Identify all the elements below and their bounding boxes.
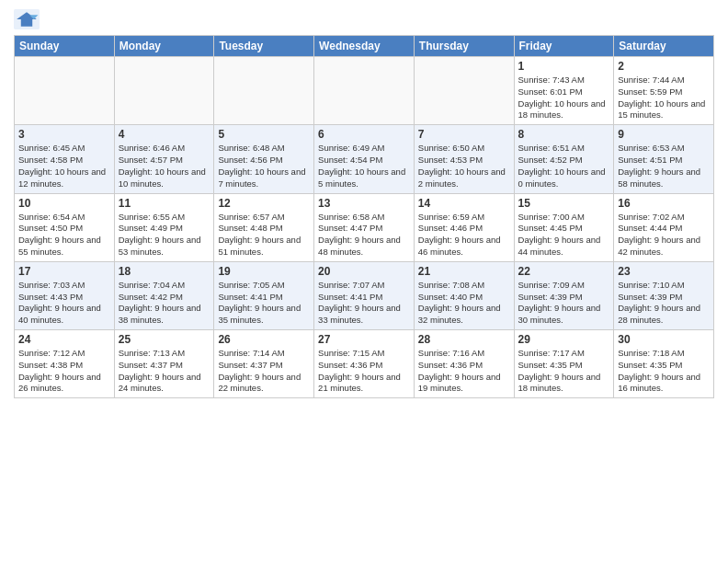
- calendar-cell: 11Sunrise: 6:55 AM Sunset: 4:49 PM Dayli…: [114, 193, 214, 261]
- logo-icon: [14, 9, 40, 29]
- day-info: Sunrise: 7:03 AM Sunset: 4:43 PM Dayligh…: [18, 280, 110, 327]
- day-info: Sunrise: 7:02 AM Sunset: 4:44 PM Dayligh…: [618, 212, 710, 259]
- calendar-week-3: 17Sunrise: 7:03 AM Sunset: 4:43 PM Dayli…: [15, 261, 714, 329]
- day-info: Sunrise: 7:12 AM Sunset: 4:38 PM Dayligh…: [18, 348, 110, 395]
- day-number: 19: [218, 265, 310, 278]
- col-header-tuesday: Tuesday: [214, 36, 314, 57]
- day-info: Sunrise: 7:09 AM Sunset: 4:39 PM Dayligh…: [518, 280, 610, 327]
- day-info: Sunrise: 6:58 AM Sunset: 4:47 PM Dayligh…: [318, 212, 410, 259]
- day-info: Sunrise: 7:17 AM Sunset: 4:35 PM Dayligh…: [518, 348, 610, 395]
- day-number: 22: [518, 265, 610, 278]
- day-info: Sunrise: 6:55 AM Sunset: 4:49 PM Dayligh…: [119, 212, 210, 259]
- day-number: 21: [418, 265, 510, 278]
- day-info: Sunrise: 6:57 AM Sunset: 4:48 PM Dayligh…: [218, 212, 310, 259]
- col-header-friday: Friday: [514, 36, 614, 57]
- day-number: 4: [119, 128, 210, 141]
- day-info: Sunrise: 6:59 AM Sunset: 4:46 PM Dayligh…: [418, 212, 510, 259]
- col-header-saturday: Saturday: [614, 36, 714, 57]
- page: SundayMondayTuesdayWednesdayThursdayFrid…: [0, 0, 728, 563]
- day-info: Sunrise: 7:43 AM Sunset: 6:01 PM Dayligh…: [518, 75, 610, 121]
- calendar-cell: 6Sunrise: 6:49 AM Sunset: 4:54 PM Daylig…: [314, 125, 415, 193]
- day-number: 5: [218, 128, 310, 141]
- day-info: Sunrise: 6:54 AM Sunset: 4:50 PM Dayligh…: [18, 212, 110, 259]
- calendar-cell: 22Sunrise: 7:09 AM Sunset: 4:39 PM Dayli…: [514, 261, 614, 329]
- day-number: 1: [518, 60, 610, 73]
- day-info: Sunrise: 6:50 AM Sunset: 4:53 PM Dayligh…: [418, 143, 510, 190]
- day-info: Sunrise: 7:44 AM Sunset: 5:59 PM Dayligh…: [618, 75, 710, 121]
- day-info: Sunrise: 7:00 AM Sunset: 4:45 PM Dayligh…: [518, 212, 610, 259]
- calendar-cell: 9Sunrise: 6:53 AM Sunset: 4:51 PM Daylig…: [614, 125, 714, 193]
- calendar-cell: 8Sunrise: 6:51 AM Sunset: 4:52 PM Daylig…: [514, 125, 614, 193]
- calendar-cell: 30Sunrise: 7:18 AM Sunset: 4:35 PM Dayli…: [614, 330, 714, 398]
- calendar-cell: 23Sunrise: 7:10 AM Sunset: 4:39 PM Dayli…: [614, 261, 714, 329]
- day-number: 26: [218, 333, 310, 346]
- day-info: Sunrise: 6:45 AM Sunset: 4:58 PM Dayligh…: [18, 143, 110, 190]
- day-number: 24: [18, 333, 110, 346]
- day-number: 2: [618, 60, 710, 73]
- col-header-thursday: Thursday: [414, 36, 514, 57]
- calendar-cell: 25Sunrise: 7:13 AM Sunset: 4:37 PM Dayli…: [114, 330, 214, 398]
- col-header-wednesday: Wednesday: [314, 36, 415, 57]
- day-number: 27: [318, 333, 410, 346]
- calendar-cell: 29Sunrise: 7:17 AM Sunset: 4:35 PM Dayli…: [514, 330, 614, 398]
- calendar-cell: [314, 57, 415, 125]
- header: [14, 9, 714, 29]
- calendar-week-4: 24Sunrise: 7:12 AM Sunset: 4:38 PM Dayli…: [15, 330, 714, 398]
- day-info: Sunrise: 7:18 AM Sunset: 4:35 PM Dayligh…: [618, 348, 710, 395]
- calendar-week-0: 1Sunrise: 7:43 AM Sunset: 6:01 PM Daylig…: [15, 57, 714, 125]
- day-number: 18: [119, 265, 210, 278]
- calendar-cell: 7Sunrise: 6:50 AM Sunset: 4:53 PM Daylig…: [414, 125, 514, 193]
- calendar: SundayMondayTuesdayWednesdayThursdayFrid…: [14, 35, 714, 398]
- calendar-week-1: 3Sunrise: 6:45 AM Sunset: 4:58 PM Daylig…: [15, 125, 714, 193]
- day-info: Sunrise: 6:48 AM Sunset: 4:56 PM Dayligh…: [218, 143, 310, 190]
- calendar-cell: 16Sunrise: 7:02 AM Sunset: 4:44 PM Dayli…: [614, 193, 714, 261]
- day-info: Sunrise: 7:08 AM Sunset: 4:40 PM Dayligh…: [418, 280, 510, 327]
- day-number: 29: [518, 333, 610, 346]
- day-number: 7: [418, 128, 510, 141]
- day-info: Sunrise: 7:05 AM Sunset: 4:41 PM Dayligh…: [218, 280, 310, 327]
- calendar-cell: 4Sunrise: 6:46 AM Sunset: 4:57 PM Daylig…: [114, 125, 214, 193]
- day-number: 8: [518, 128, 610, 141]
- day-info: Sunrise: 7:15 AM Sunset: 4:36 PM Dayligh…: [318, 348, 410, 395]
- day-info: Sunrise: 6:49 AM Sunset: 4:54 PM Dayligh…: [318, 143, 410, 190]
- col-header-monday: Monday: [114, 36, 214, 57]
- calendar-cell: [214, 57, 314, 125]
- day-info: Sunrise: 6:46 AM Sunset: 4:57 PM Dayligh…: [119, 143, 210, 190]
- calendar-cell: 20Sunrise: 7:07 AM Sunset: 4:41 PM Dayli…: [314, 261, 415, 329]
- day-info: Sunrise: 7:13 AM Sunset: 4:37 PM Dayligh…: [119, 348, 210, 395]
- calendar-cell: 27Sunrise: 7:15 AM Sunset: 4:36 PM Dayli…: [314, 330, 415, 398]
- day-number: 17: [18, 265, 110, 278]
- day-number: 9: [618, 128, 710, 141]
- calendar-cell: 18Sunrise: 7:04 AM Sunset: 4:42 PM Dayli…: [114, 261, 214, 329]
- calendar-cell: 21Sunrise: 7:08 AM Sunset: 4:40 PM Dayli…: [414, 261, 514, 329]
- day-info: Sunrise: 7:07 AM Sunset: 4:41 PM Dayligh…: [318, 280, 410, 327]
- calendar-cell: 13Sunrise: 6:58 AM Sunset: 4:47 PM Dayli…: [314, 193, 415, 261]
- day-info: Sunrise: 6:51 AM Sunset: 4:52 PM Dayligh…: [518, 143, 610, 190]
- col-header-sunday: Sunday: [15, 36, 115, 57]
- day-number: 6: [318, 128, 410, 141]
- calendar-cell: 14Sunrise: 6:59 AM Sunset: 4:46 PM Dayli…: [414, 193, 514, 261]
- calendar-cell: 1Sunrise: 7:43 AM Sunset: 6:01 PM Daylig…: [514, 57, 614, 125]
- day-number: 20: [318, 265, 410, 278]
- calendar-cell: 19Sunrise: 7:05 AM Sunset: 4:41 PM Dayli…: [214, 261, 314, 329]
- day-number: 28: [418, 333, 510, 346]
- day-number: 12: [218, 197, 310, 210]
- day-number: 16: [618, 197, 710, 210]
- calendar-cell: 24Sunrise: 7:12 AM Sunset: 4:38 PM Dayli…: [15, 330, 115, 398]
- day-number: 3: [18, 128, 110, 141]
- logo: [14, 9, 43, 29]
- day-number: 11: [119, 197, 210, 210]
- calendar-week-2: 10Sunrise: 6:54 AM Sunset: 4:50 PM Dayli…: [15, 193, 714, 261]
- calendar-cell: [15, 57, 115, 125]
- day-info: Sunrise: 7:14 AM Sunset: 4:37 PM Dayligh…: [218, 348, 310, 395]
- day-number: 23: [618, 265, 710, 278]
- day-info: Sunrise: 6:53 AM Sunset: 4:51 PM Dayligh…: [618, 143, 710, 190]
- calendar-cell: 12Sunrise: 6:57 AM Sunset: 4:48 PM Dayli…: [214, 193, 314, 261]
- day-info: Sunrise: 7:10 AM Sunset: 4:39 PM Dayligh…: [618, 280, 710, 327]
- day-number: 15: [518, 197, 610, 210]
- day-info: Sunrise: 7:04 AM Sunset: 4:42 PM Dayligh…: [119, 280, 210, 327]
- calendar-cell: 3Sunrise: 6:45 AM Sunset: 4:58 PM Daylig…: [15, 125, 115, 193]
- calendar-cell: 28Sunrise: 7:16 AM Sunset: 4:36 PM Dayli…: [414, 330, 514, 398]
- day-info: Sunrise: 7:16 AM Sunset: 4:36 PM Dayligh…: [418, 348, 510, 395]
- calendar-cell: [414, 57, 514, 125]
